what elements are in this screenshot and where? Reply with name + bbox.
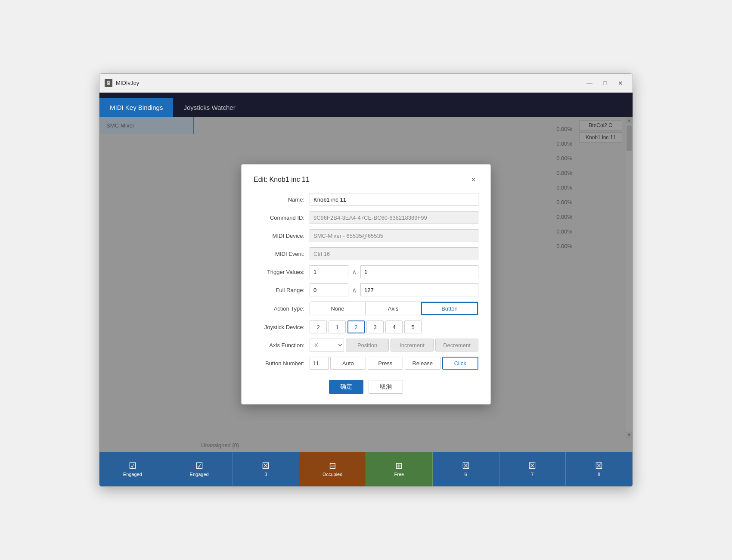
midi-device-input — [310, 229, 478, 242]
joystick-3-button[interactable]: 2 — [347, 320, 365, 333]
main-window: 🎛 MIDIvJoy — □ ✕ MIDI Key Bindings Joyst… — [99, 73, 633, 487]
minimize-button[interactable]: — — [583, 78, 596, 88]
joystick-4-button[interactable]: 3 — [366, 320, 384, 333]
midi-event-input — [310, 247, 478, 260]
status-item-3[interactable]: ☒ 3 — [233, 452, 300, 486]
nav-tabs: MIDI Key Bindings Joysticks Watcher — [99, 93, 633, 117]
button-number-row: Button Number: Auto Press Release Click — [254, 357, 478, 370]
status-label-1: Engaged — [123, 472, 142, 477]
modal-overlay: Edit: Knob1 inc 11 × Name: Command ID: M… — [99, 117, 633, 452]
action-type-none-button[interactable]: None — [310, 302, 366, 315]
title-bar-left: 🎛 MIDIvJoy — [105, 79, 139, 87]
title-bar: 🎛 MIDIvJoy — □ ✕ — [99, 74, 633, 93]
full-range-row: Full Range: ∧ — [254, 283, 478, 296]
trigger-values-group: ∧ — [310, 265, 478, 278]
click-button[interactable]: Click — [442, 357, 479, 370]
trigger-values-row: Trigger Values: ∧ — [254, 265, 478, 278]
status-icon-4: ⊟ — [329, 461, 336, 470]
app-title: MIDIvJoy — [116, 80, 139, 86]
name-label: Name: — [254, 196, 310, 203]
joystick-1-button[interactable]: 2 — [310, 320, 327, 333]
midi-device-label: MIDI Device: — [254, 233, 310, 239]
trigger-values-label: Trigger Values: — [254, 269, 310, 275]
axis-select[interactable]: X — [310, 339, 344, 352]
status-label-3: 3 — [264, 472, 267, 477]
button-number-input[interactable] — [310, 357, 329, 370]
status-label-4: Occupied — [323, 472, 342, 477]
dialog-header: Edit: Knob1 inc 11 × — [254, 175, 478, 184]
main-content: SMC-Mixer 0.00% 0.00% 0.00% 0.00% 0.00% … — [99, 117, 633, 452]
close-button[interactable]: ✕ — [614, 78, 627, 88]
status-item-8[interactable]: ☒ 8 — [566, 452, 633, 486]
status-label-7: 7 — [531, 472, 533, 477]
status-label-8: 8 — [598, 472, 600, 477]
status-bar: ☑ Engaged ☑ Engaged ☒ 3 ⊟ Occupied ⊞ Fre… — [99, 452, 633, 486]
dialog-title: Edit: Knob1 inc 11 — [254, 176, 310, 184]
app-icon: 🎛 — [105, 79, 112, 87]
action-type-group: None Axis Button — [310, 302, 478, 315]
status-item-7[interactable]: ☒ 7 — [499, 452, 566, 486]
name-row: Name: — [254, 193, 478, 206]
edit-dialog: Edit: Knob1 inc 11 × Name: Command ID: M… — [241, 164, 491, 404]
action-type-row: Action Type: None Axis Button — [254, 302, 478, 315]
trigger-value-1-input[interactable] — [310, 265, 348, 278]
tab-midi-key-bindings[interactable]: MIDI Key Bindings — [99, 98, 173, 117]
joystick-device-group: 2 1 2 3 4 5 — [310, 320, 478, 333]
status-item-1[interactable]: ☑ Engaged — [99, 452, 166, 486]
maximize-button[interactable]: □ — [598, 78, 612, 88]
action-type-axis-button[interactable]: Axis — [366, 302, 421, 315]
release-button[interactable]: Release — [405, 357, 440, 370]
status-item-6[interactable]: ☒ 6 — [433, 452, 499, 486]
status-label-6: 6 — [465, 472, 467, 477]
axis-function-group: X Position Increment Decrement — [310, 339, 478, 352]
button-number-group: Auto Press Release Click — [310, 357, 478, 370]
status-item-2[interactable]: ☑ Engaged — [166, 452, 233, 486]
status-icon-2: ☑ — [195, 461, 203, 470]
tab-joysticks-watcher[interactable]: Joysticks Watcher — [173, 98, 245, 117]
status-icon-1: ☑ — [129, 461, 136, 470]
full-range-min-input[interactable] — [310, 283, 348, 296]
trigger-value-2-input[interactable] — [360, 265, 478, 278]
axis-function-label: Axis Function: — [254, 342, 310, 348]
midi-event-label: MIDI Event: — [254, 251, 310, 257]
confirm-button[interactable]: 确定 — [329, 380, 363, 394]
action-type-button-button[interactable]: Button — [421, 302, 478, 315]
cancel-button[interactable]: 取消 — [369, 380, 403, 394]
increment-button[interactable]: Increment — [391, 339, 434, 352]
axis-function-row: Axis Function: X Position Increment Decr… — [254, 339, 478, 352]
action-type-label: Action Type: — [254, 305, 310, 312]
command-id-input — [310, 211, 478, 224]
joystick-6-button[interactable]: 5 — [404, 320, 422, 333]
auto-button[interactable]: Auto — [330, 357, 366, 370]
midi-device-row: MIDI Device: — [254, 229, 478, 242]
status-item-4[interactable]: ⊟ Occupied — [299, 452, 366, 486]
full-range-group: ∧ — [310, 283, 478, 296]
status-icon-7: ☒ — [528, 461, 536, 470]
decrement-button[interactable]: Decrement — [435, 339, 478, 352]
name-input[interactable] — [310, 193, 478, 206]
full-range-max-input[interactable] — [360, 283, 478, 296]
status-icon-6: ☒ — [462, 461, 470, 470]
press-button[interactable]: Press — [368, 357, 403, 370]
position-button[interactable]: Position — [346, 339, 389, 352]
dialog-close-button[interactable]: × — [468, 175, 478, 184]
button-number-label: Button Number: — [254, 360, 310, 367]
joystick-5-button[interactable]: 4 — [385, 320, 403, 333]
joystick-device-row: Joystick Device: 2 1 2 3 4 5 — [254, 320, 478, 333]
command-id-row: Command ID: — [254, 211, 478, 224]
command-id-label: Command ID: — [254, 215, 310, 221]
dialog-footer: 确定 取消 — [254, 380, 478, 394]
title-bar-controls: — □ ✕ — [583, 78, 627, 88]
status-icon-8: ☒ — [595, 461, 603, 470]
status-icon-5: ⊞ — [395, 461, 403, 470]
status-item-5[interactable]: ⊞ Free — [366, 452, 433, 486]
status-label-5: Free — [394, 472, 404, 477]
midi-event-row: MIDI Event: — [254, 247, 478, 260]
joystick-device-label: Joystick Device: — [254, 324, 310, 330]
status-label-2: Engaged — [190, 472, 209, 477]
status-icon-3: ☒ — [262, 461, 270, 470]
full-range-label: Full Range: — [254, 287, 310, 293]
joystick-2-button[interactable]: 1 — [329, 320, 346, 333]
